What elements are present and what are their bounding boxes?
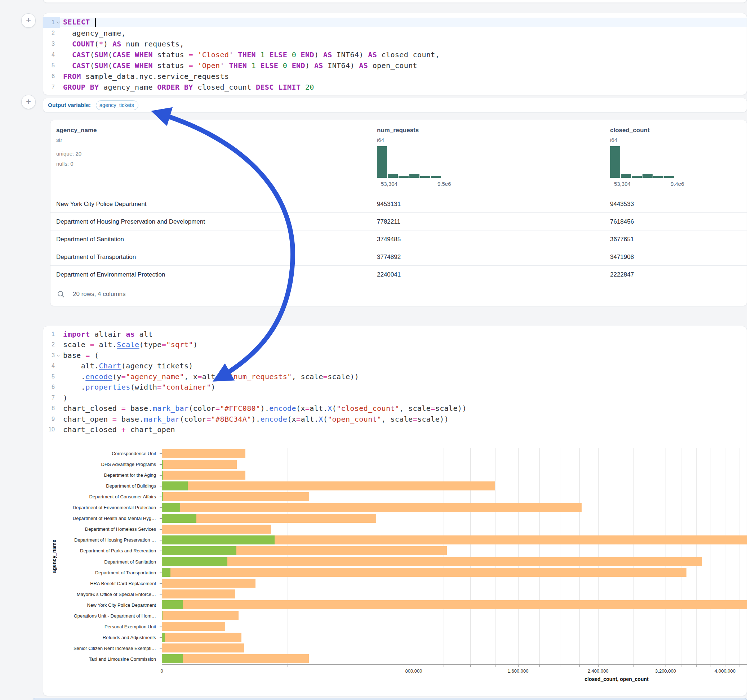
code-line[interactable]: 7GROUP BY agency_name ORDER BY closed_co… xyxy=(43,82,747,92)
column-header[interactable]: num_requests xyxy=(377,127,419,134)
column-stat: nulls: 0 xyxy=(56,161,74,167)
next-cell-edge[interactable] xyxy=(32,698,747,700)
output-variable-pill[interactable]: agency_tickets xyxy=(96,101,138,110)
table-row: Department of Housing Preservation and D… xyxy=(50,213,747,230)
code-text[interactable]: alt.Chart(agency_tickets) xyxy=(60,362,747,370)
code-line[interactable]: 7) xyxy=(43,392,747,403)
code-text[interactable]: SELECT xyxy=(60,18,747,27)
column-header[interactable]: agency_name xyxy=(56,127,97,134)
add-cell-button-top[interactable]: + xyxy=(21,13,36,28)
gridline xyxy=(495,448,496,664)
code-text[interactable]: agency_name, xyxy=(60,29,747,38)
sql-cell: 1SELECT 2 agency_name,3 COUNT(*) AS num_… xyxy=(43,13,747,95)
search-icon[interactable] xyxy=(57,290,65,298)
code-text[interactable]: .encode(y="agency_name", x=alt.X("num_re… xyxy=(60,372,747,381)
x-axis-tick xyxy=(414,665,414,667)
cell-num-requests: 3749485 xyxy=(377,231,401,248)
bar-closed-count xyxy=(162,449,245,458)
bar-open-count xyxy=(162,492,163,501)
gridline xyxy=(696,448,697,664)
bar-open-count xyxy=(162,611,163,620)
code-line[interactable]: 6 .properties(width="container") xyxy=(43,382,747,393)
y-axis-tick xyxy=(160,518,162,519)
code-text[interactable]: GROUP BY agency_name ORDER BY closed_cou… xyxy=(60,83,747,92)
line-number: 7 xyxy=(43,82,60,92)
gridline xyxy=(739,448,739,664)
code-text[interactable]: COUNT(*) AS num_requests, xyxy=(60,39,747,48)
cell-num-requests: 2240041 xyxy=(377,266,401,284)
x-axis-tick xyxy=(633,665,634,667)
code-text[interactable]: chart_closed = base.mark_bar(color="#FFC… xyxy=(60,404,747,413)
table-row: Department of Sanitation37494853677651 xyxy=(50,230,747,248)
histogram-bar xyxy=(377,146,387,178)
histogram-min-label: 53,304 xyxy=(381,181,398,187)
code-text[interactable]: CAST(SUM(CASE WHEN status = 'Open' THEN … xyxy=(60,61,747,70)
code-line[interactable]: 4 alt.Chart(agency_tickets) xyxy=(43,361,747,372)
histogram-max-label: 9.5e6 xyxy=(437,181,451,187)
x-axis-tick xyxy=(579,665,580,667)
histogram-bar xyxy=(399,176,409,178)
sql-code-editor[interactable]: 1SELECT 2 agency_name,3 COUNT(*) AS num_… xyxy=(43,17,747,92)
table-row-count: 20 rows, 4 columns xyxy=(73,291,126,298)
y-axis-tick xyxy=(160,540,162,540)
code-line[interactable]: 5 CAST(SUM(CASE WHEN status = 'Open' THE… xyxy=(43,60,747,71)
code-line[interactable]: 3base = ( xyxy=(43,350,747,361)
x-axis-tick xyxy=(540,665,540,667)
gridline xyxy=(414,448,414,664)
column-histogram xyxy=(610,146,674,178)
code-line[interactable]: 3 COUNT(*) AS num_requests, xyxy=(43,39,747,49)
cell-num-requests: 9453131 xyxy=(377,195,401,213)
code-line[interactable]: 9chart_open = base.mark_bar(color="#8BC3… xyxy=(43,414,747,424)
bar-closed-count xyxy=(162,525,271,534)
code-text[interactable]: chart_closed + chart_open xyxy=(60,425,747,434)
code-text[interactable]: .properties(width="container") xyxy=(60,383,747,391)
python-code-editor[interactable]: 1import altair as alt2scale = alt.Scale(… xyxy=(43,329,747,435)
column-header[interactable]: closed_count xyxy=(610,127,650,134)
y-axis-tick xyxy=(160,659,162,660)
y-axis-category-label: Correspondence Unit xyxy=(112,451,156,456)
code-line[interactable]: 1import altair as alt xyxy=(43,329,747,339)
line-number[interactable]: 3 xyxy=(43,350,60,361)
code-line[interactable]: 2 agency_name, xyxy=(43,28,747,39)
code-text[interactable]: FROM sample_data.nyc.service_requests xyxy=(60,72,747,81)
add-cell-button-output[interactable]: + xyxy=(21,95,36,109)
gridline xyxy=(340,448,340,664)
histogram-bar xyxy=(388,174,398,178)
code-text[interactable]: scale = alt.Scale(type="sqrt") xyxy=(60,340,747,349)
y-axis-category-label: Taxi and Limousine Commission xyxy=(89,656,156,661)
cell-num-requests: 7782211 xyxy=(377,213,400,231)
y-axis-tick xyxy=(160,496,162,497)
code-line[interactable]: 6FROM sample_data.nyc.service_requests xyxy=(43,71,747,82)
code-line[interactable]: 4 CAST(SUM(CASE WHEN status = 'Closed' T… xyxy=(43,49,747,60)
code-text[interactable]: ) xyxy=(60,394,747,402)
bar-closed-count xyxy=(162,492,309,501)
code-line[interactable]: 8chart_closed = base.mark_bar(color="#FF… xyxy=(43,403,747,414)
x-axis-tick xyxy=(380,665,380,667)
fold-caret-icon[interactable] xyxy=(57,20,60,24)
code-text[interactable]: import altair as alt xyxy=(60,330,747,338)
x-axis-tick xyxy=(696,665,697,667)
code-line[interactable]: 1SELECT xyxy=(43,17,747,28)
histogram-bar xyxy=(621,174,631,178)
bar-open-count xyxy=(162,654,183,663)
bar-closed-count xyxy=(162,568,687,577)
bar-open-count xyxy=(162,471,163,480)
code-line[interactable]: 5 .encode(y="agency_name", x=alt.X("num_… xyxy=(43,371,747,382)
bar-open-count xyxy=(162,568,171,577)
x-axis-tick xyxy=(650,665,650,667)
line-number[interactable]: 1 xyxy=(43,17,60,28)
code-line[interactable]: 2scale = alt.Scale(type="sqrt") xyxy=(43,339,747,350)
fold-caret-icon[interactable] xyxy=(57,353,60,356)
histogram-bar xyxy=(610,146,620,178)
bar-closed-count xyxy=(162,654,309,663)
y-axis-category-label: Department of Housing Preservation … xyxy=(74,537,156,543)
code-text[interactable]: CAST(SUM(CASE WHEN status = 'Closed' THE… xyxy=(60,50,747,59)
code-text[interactable]: chart_open = base.mark_bar(color="#8BC34… xyxy=(60,415,747,424)
chart-y-axis-labels: Correspondence UnitDHS Advantage Program… xyxy=(43,448,160,664)
code-line[interactable]: 10chart_closed + chart_open xyxy=(43,424,747,435)
gridline xyxy=(560,448,560,664)
y-axis-category-label: Department of Consumer Affairs xyxy=(89,494,156,499)
histogram-bar xyxy=(409,174,419,178)
code-text[interactable]: base = ( xyxy=(60,351,747,360)
x-axis-tick xyxy=(495,665,496,667)
